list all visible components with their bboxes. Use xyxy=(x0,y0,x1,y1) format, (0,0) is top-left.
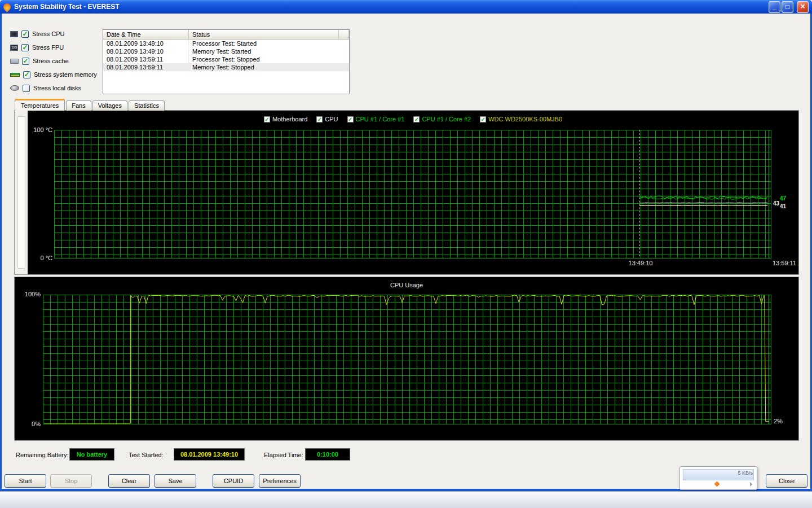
stress-option-label: Stress local disks xyxy=(33,85,81,91)
stress-option-label: Stress CPU xyxy=(32,30,64,37)
elapsed-time-box: 0:10:00 xyxy=(305,448,350,461)
log-cell-status: Memory Test: Stopped xyxy=(189,63,339,71)
taskbar: EVEREST Ultimate Edi...D:\Razne\fotoshop… xyxy=(0,491,812,508)
cache-icon xyxy=(10,59,19,64)
elapsed-time-value: 0:10:00 xyxy=(317,451,338,458)
log-cell-status: Memory Test: Started xyxy=(189,47,339,55)
minimize-button[interactable]: _ xyxy=(769,1,780,13)
window-title: System Stability Test - EVEREST xyxy=(14,3,767,11)
log-cell-status: Processor Test: Stopped xyxy=(189,55,339,63)
start-button[interactable]: Start xyxy=(5,474,46,488)
cpuid-button[interactable]: CPUID xyxy=(213,474,254,488)
log-table-header: Date & TimeStatus xyxy=(103,30,349,40)
stress-option-stress-cache: ✓Stress cache xyxy=(10,54,106,68)
save-button[interactable]: Save xyxy=(155,474,196,488)
log-row[interactable]: 08.01.2009 13:59:11Memory Test: Stopped xyxy=(103,63,349,71)
close-window-button[interactable]: × xyxy=(797,1,809,13)
preferences-button[interactable]: Preferences xyxy=(259,474,301,488)
cpu-y-max-label: 100% xyxy=(15,291,41,297)
log-cell-datetime: 08.01.2009 13:59:11 xyxy=(103,63,189,71)
cpu-icon xyxy=(10,31,18,37)
column-header-status[interactable]: Status xyxy=(189,30,339,40)
log-cell-datetime: 08.01.2009 13:49:10 xyxy=(103,47,189,55)
test-started-box: 08.01.2009 13:49:10 xyxy=(174,448,245,461)
fpu-icon: 123 xyxy=(10,45,18,51)
cpu-usage-series xyxy=(43,295,771,424)
cpu-end-value-label: 2% xyxy=(774,418,783,424)
memory-icon xyxy=(10,73,20,77)
tab-fans[interactable]: Fans xyxy=(66,100,91,111)
log-row[interactable]: 08.01.2009 13:49:10Memory Test: Started xyxy=(103,47,349,55)
chart-value-label: 43 xyxy=(773,200,779,207)
battery-status-value: No battery xyxy=(77,451,107,458)
stress-checkbox[interactable]: ✓ xyxy=(21,44,29,51)
tab-statistics[interactable]: Statistics xyxy=(129,100,165,111)
cpu-y-min-label: 0% xyxy=(15,421,41,427)
tab-bar: TemperaturesFansVoltagesStatistics xyxy=(15,99,166,111)
log-table-body: 08.01.2009 13:49:10Processor Test: Start… xyxy=(103,40,349,71)
column-header-spacer xyxy=(339,30,349,40)
test-started-value: 08.01.2009 13:49:10 xyxy=(180,451,238,458)
app-icon xyxy=(2,2,12,12)
cpu-usage-chart-panel: CPU Usage 100% 0% 2% xyxy=(14,277,799,441)
stress-checkbox[interactable] xyxy=(23,85,30,92)
stress-checkbox[interactable]: ✓ xyxy=(22,58,29,65)
cpu-chart-title: CPU Usage xyxy=(15,282,798,288)
chart-value-label: 41 xyxy=(780,203,786,209)
stop-button[interactable]: Stop xyxy=(50,474,92,488)
elapsed-time-label: Elapsed Time: xyxy=(264,452,303,458)
maximize-button[interactable]: □ xyxy=(782,1,793,13)
stress-checkbox[interactable]: ✓ xyxy=(23,71,30,78)
stress-option-label: Stress FPU xyxy=(32,44,64,51)
network-speed-popup: 5 KB/s xyxy=(679,466,757,490)
disk-icon xyxy=(10,85,19,91)
close-button[interactable]: Close xyxy=(766,474,807,488)
log-cell-datetime: 08.01.2009 13:59:11 xyxy=(103,55,189,63)
battery-status-box: No battery xyxy=(69,448,114,461)
stress-checkbox[interactable]: ✓ xyxy=(21,30,29,38)
popup-arrow-icon xyxy=(750,482,752,487)
stress-option-stress-system-memory: ✓Stress system memory xyxy=(10,68,106,81)
stress-option-stress-local-disks: Stress local disks xyxy=(10,81,106,95)
log-row[interactable]: 08.01.2009 13:49:10Processor Test: Start… xyxy=(103,40,349,47)
stress-options-list: ✓Stress CPU123✓Stress FPU✓Stress cache✓S… xyxy=(10,27,106,95)
title-bar[interactable]: System Stability Test - EVEREST _ □ × xyxy=(0,0,812,14)
temperature-chart: ✓Motherboard✓CPU✓CPU #1 / Core #1✓CPU #1… xyxy=(28,111,798,274)
test-started-label: Test Started: xyxy=(129,452,164,458)
stress-option-label: Stress cache xyxy=(33,58,69,64)
window-border-left xyxy=(0,14,2,491)
stress-option-stress-cpu: ✓Stress CPU xyxy=(10,27,106,41)
tab-voltages[interactable]: Voltages xyxy=(92,100,127,111)
remaining-battery-label: Remaining Battery: xyxy=(16,452,69,458)
cpu-plot-area xyxy=(43,295,771,424)
stress-option-label: Stress system memory xyxy=(34,71,97,78)
temperature-value-labels: 474341 xyxy=(28,111,798,274)
log-row[interactable]: 08.01.2009 13:59:11Processor Test: Stopp… xyxy=(103,55,349,63)
log-cell-status: Processor Test: Started xyxy=(189,40,339,47)
chart-vertical-scrollbar[interactable] xyxy=(17,116,25,269)
clear-button[interactable]: Clear xyxy=(108,474,150,488)
temperature-chart-panel: ✓Motherboard✓CPU✓CPU #1 / Core #1✓CPU #1… xyxy=(14,110,799,275)
chart-value-label: 47 xyxy=(780,195,786,202)
log-table: Date & TimeStatus 08.01.2009 13:49:10Pro… xyxy=(103,29,350,94)
stress-option-stress-fpu: 123✓Stress FPU xyxy=(10,41,106,54)
network-speed-label: 5 KB/s xyxy=(738,470,753,476)
speed-marker-icon xyxy=(714,481,720,487)
log-cell-datetime: 08.01.2009 13:49:10 xyxy=(103,40,189,47)
tab-temperatures[interactable]: Temperatures xyxy=(15,99,65,111)
column-header-date-time[interactable]: Date & Time xyxy=(103,30,189,40)
